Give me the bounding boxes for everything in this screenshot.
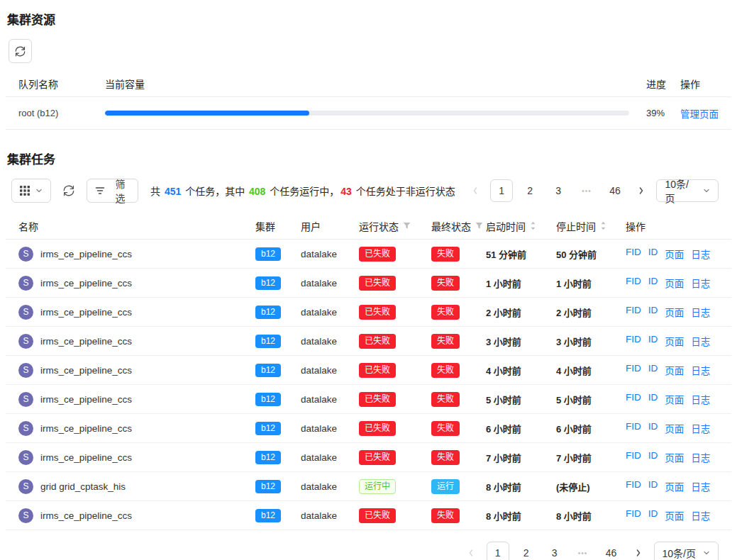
id-link[interactable]: ID: [648, 450, 658, 464]
page-link[interactable]: 页面: [665, 508, 684, 522]
row-actions-cell: FID ID 页面 日志: [626, 363, 719, 377]
log-link[interactable]: 日志: [691, 392, 710, 406]
id-link[interactable]: ID: [648, 421, 658, 435]
log-link[interactable]: 日志: [691, 334, 710, 348]
run-status-badge: 已失败: [359, 305, 396, 320]
log-link[interactable]: 日志: [691, 276, 710, 290]
stop-time: 50 分钟前: [556, 247, 626, 261]
task-row: S irms_ce_pipeline_ccs b12 datalake 已失败 …: [6, 298, 731, 327]
run-status-badge: 已失败: [359, 247, 396, 262]
pagination-next-button[interactable]: [628, 542, 648, 560]
fid-link[interactable]: FID: [626, 508, 641, 522]
col-header-actions: 操作: [670, 77, 731, 91]
row-actions-cell: FID ID 页面 日志: [626, 508, 719, 522]
filter-button[interactable]: 筛选: [87, 179, 138, 203]
tasks-refresh-button[interactable]: [62, 185, 76, 196]
id-link[interactable]: ID: [648, 363, 658, 377]
page-link[interactable]: 页面: [665, 247, 684, 261]
fid-link[interactable]: FID: [626, 305, 641, 319]
pagination-prev-button[interactable]: [466, 180, 484, 201]
log-link[interactable]: 日志: [691, 363, 710, 377]
chevron-down-icon: [703, 549, 710, 556]
resource-row: root (b12) 39% 管理页面: [6, 97, 731, 130]
fid-link[interactable]: FID: [626, 247, 641, 261]
resources-refresh-button[interactable]: [9, 39, 32, 63]
pagination-page[interactable]: 2: [515, 542, 538, 560]
chevron-right-icon: [635, 549, 642, 557]
page-link[interactable]: 页面: [665, 363, 684, 377]
task-name: irms_ce_pipeline_ccs: [40, 249, 132, 259]
fid-link[interactable]: FID: [626, 421, 641, 435]
fid-link[interactable]: FID: [626, 363, 641, 377]
fid-link[interactable]: FID: [626, 392, 641, 406]
run-status-cell: 已失败: [359, 508, 431, 523]
row-actions-cell: FID ID 页面 日志: [626, 276, 719, 290]
page-link[interactable]: 页面: [665, 334, 684, 348]
summary-text: 共: [150, 186, 163, 197]
pagination-page[interactable]: 3: [543, 542, 566, 560]
fid-link[interactable]: FID: [626, 479, 641, 493]
log-link[interactable]: 日志: [691, 450, 710, 464]
id-link[interactable]: ID: [648, 392, 658, 406]
column-layout-dropdown-button[interactable]: [11, 179, 51, 203]
manage-page-link[interactable]: 管理页面: [680, 109, 719, 120]
page-link[interactable]: 页面: [665, 421, 684, 435]
page-link[interactable]: 页面: [665, 305, 684, 319]
page-link[interactable]: 页面: [665, 276, 684, 290]
log-link[interactable]: 日志: [691, 421, 710, 435]
col-header-stop-time[interactable]: 停止时间: [556, 219, 626, 233]
page-size-value: 10条/页: [665, 177, 696, 205]
id-link[interactable]: ID: [648, 508, 658, 522]
id-link[interactable]: ID: [648, 305, 658, 319]
pagination-next-button[interactable]: [632, 180, 650, 201]
pagination-page[interactable]: 1: [490, 179, 513, 202]
log-link[interactable]: 日志: [691, 305, 710, 319]
col-header-start-time[interactable]: 启动时间: [486, 219, 556, 233]
id-link[interactable]: ID: [648, 334, 658, 348]
col-header-stop-time-label: 停止时间: [556, 219, 596, 233]
id-link[interactable]: ID: [648, 247, 658, 261]
filter-funnel-icon[interactable]: [403, 222, 411, 230]
pagination-page[interactable]: •••: [572, 542, 594, 560]
page-link[interactable]: 页面: [665, 479, 684, 493]
task-count-summary: 共 451 个任务，其中 408 个任务运行中，43 个任务处于非运行状态: [150, 184, 455, 198]
page-size-select[interactable]: 10条/页: [656, 179, 719, 202]
id-link[interactable]: ID: [648, 479, 658, 493]
pagination-page[interactable]: 1: [487, 542, 509, 560]
sort-carets-icon[interactable]: [530, 221, 536, 230]
resources-section-title: 集群资源: [7, 10, 731, 28]
cluster-cell: b12: [255, 276, 301, 290]
task-user: datalake: [301, 423, 359, 434]
col-header-final-status[interactable]: 最终状态: [431, 219, 486, 233]
page-link[interactable]: 页面: [665, 392, 684, 406]
pagination-page[interactable]: 46: [600, 542, 623, 560]
cluster-cell: b12: [255, 422, 301, 435]
task-name-cell: S irms_ce_pipeline_ccs: [18, 334, 255, 349]
col-header-run-status[interactable]: 运行状态: [359, 219, 431, 233]
task-name: irms_ce_pipeline_ccs: [40, 365, 132, 376]
page-size-value: 10条/页: [663, 546, 696, 560]
cluster-cell: b12: [255, 335, 301, 348]
pagination-prev-button[interactable]: [461, 542, 481, 560]
pagination-page[interactable]: 3: [547, 179, 570, 202]
filter-funnel-icon[interactable]: [475, 222, 483, 230]
log-link[interactable]: 日志: [691, 247, 710, 261]
task-user: datalake: [301, 481, 359, 492]
pagination-page[interactable]: 46: [604, 179, 626, 202]
task-name: irms_ce_pipeline_ccs: [40, 336, 132, 347]
final-status-badge: 失败: [431, 305, 460, 320]
page-link[interactable]: 页面: [665, 450, 684, 464]
page-size-select[interactable]: 10条/页: [654, 542, 719, 560]
fid-link[interactable]: FID: [626, 450, 641, 464]
fid-link[interactable]: FID: [626, 334, 641, 348]
id-link[interactable]: ID: [648, 276, 658, 290]
fid-link[interactable]: FID: [626, 276, 641, 290]
log-link[interactable]: 日志: [691, 508, 710, 522]
pagination-top: 1 2 3 ••• 46 10条/页: [466, 179, 719, 202]
avatar: S: [18, 392, 33, 407]
pagination-page[interactable]: •••: [575, 179, 598, 202]
pagination-page[interactable]: 2: [519, 179, 541, 202]
sort-carets-icon[interactable]: [600, 221, 606, 230]
final-status-cell: 失败: [431, 363, 486, 378]
log-link[interactable]: 日志: [691, 479, 710, 493]
